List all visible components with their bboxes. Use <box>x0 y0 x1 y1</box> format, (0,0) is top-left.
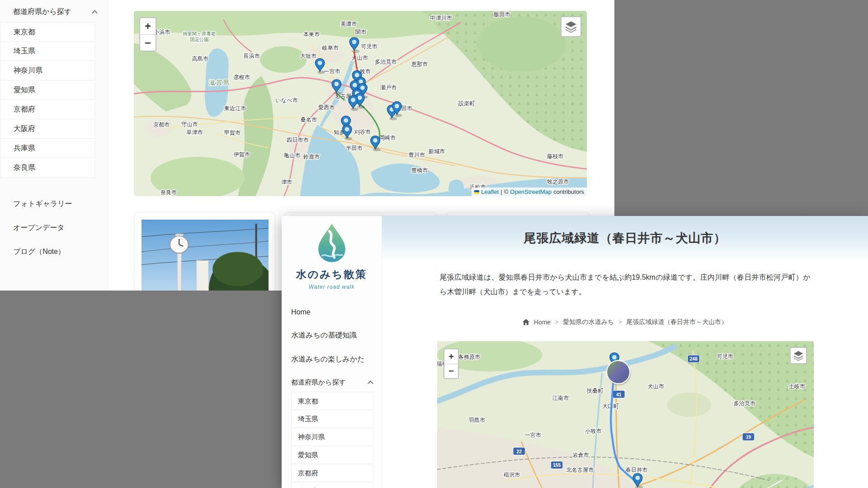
map-city-label: 守山市 <box>181 121 198 127</box>
sidebar-link[interactable]: フォトギャラリー <box>0 192 108 216</box>
map-city-label: 犬山市 <box>351 55 368 61</box>
map-tiles[interactable]: 各務原市瑞穂市犬山市江南市大口町扶桑町小牧市岩倉市北名古屋市春日井市一宮市稲沢市… <box>437 341 814 488</box>
route-shield: 248 <box>688 355 700 363</box>
sidebar-item-prefecture[interactable]: 神奈川県 <box>291 428 373 446</box>
map-park-label: 国定公園 <box>190 37 209 42</box>
map-city-label: 羽島市 <box>468 417 486 423</box>
breadcrumb-item[interactable]: Home <box>534 319 551 326</box>
map-city-label: 津市 <box>281 179 292 185</box>
map-city-label: 扶桑町 <box>586 388 604 394</box>
sidebar-item-prefecture[interactable]: 神奈川県 <box>0 61 95 80</box>
site-subtitle: Water road walk <box>282 284 382 290</box>
route-map[interactable]: 各務原市瑞穂市犬山市江南市大口町扶桑町小牧市岩倉市北名古屋市春日井市一宮市稲沢市… <box>437 341 814 488</box>
ukraine-flag-icon <box>474 190 479 194</box>
map-city-label: 東近江市 <box>224 105 246 112</box>
map-city-label: 亀山市 <box>284 152 301 159</box>
sidebar-nav-item[interactable]: Home <box>282 301 382 324</box>
sidebar-item-prefecture[interactable]: 埼玉県 <box>291 410 373 428</box>
sidebar-item-prefecture[interactable]: 大阪府 <box>0 119 95 139</box>
breadcrumb-item[interactable]: 愛知県の水道みち <box>563 318 614 326</box>
overview-map[interactable]: 滋賀県揖斐関ヶ原養老国定公園小浜市高島市長浜市彦根市本巣市岐阜市大垣市美濃市関市… <box>134 11 587 196</box>
sidebar-item-prefecture[interactable]: 愛知県 <box>291 446 373 464</box>
map-city-label: 岩倉市 <box>572 452 589 458</box>
map-city-label: 稲沢市 <box>504 472 520 478</box>
map-layers-control[interactable] <box>561 16 581 37</box>
map-layers-control[interactable] <box>790 347 807 364</box>
page-title: 尾張広域緑道（春日井市～犬山市） <box>524 230 726 246</box>
sidebar-item-prefecture[interactable]: 東京都 <box>0 22 95 42</box>
map-city-label: 瀬戸市 <box>380 84 397 91</box>
map-city-label: 刈谷市 <box>354 129 371 135</box>
map-park-label: 揖斐関ヶ原養老 <box>183 31 216 36</box>
map-city-label: 彦根市 <box>234 74 250 80</box>
sidebar-nav: Home水道みちの基礎知識水道みちの楽しみかた <box>282 301 382 371</box>
map-city-label: 新城市 <box>429 148 445 155</box>
zoom-out-button[interactable]: − <box>140 34 156 51</box>
prefecture-section-header[interactable]: 都道府県から探す <box>282 371 382 392</box>
attribution-copyright: © <box>504 188 509 195</box>
zoom-in-button[interactable]: + <box>140 18 156 34</box>
map-zoom-control: + − <box>139 17 156 52</box>
sidebar-nav-item[interactable]: 水道みちの楽しみかた <box>282 347 382 371</box>
map-city-label: 牧之原市 <box>547 178 569 185</box>
chevron-up-icon <box>92 10 98 16</box>
route-shield: 41 <box>613 390 625 398</box>
site-logo[interactable]: 水のみち散策 Water road walk <box>282 216 382 301</box>
sidebar-item-prefecture[interactable]: 愛知県 <box>0 80 95 100</box>
map-city-label: 多治見市 <box>733 400 755 407</box>
map-city-label: 大垣市 <box>300 53 316 59</box>
sidebar-item-prefecture[interactable]: 京都府 <box>0 100 95 119</box>
map-city-label: 各務原市 <box>458 354 481 360</box>
zoom-in-button[interactable]: + <box>444 349 458 364</box>
site-title: 水のみち散策 <box>282 267 382 282</box>
route-shield: 22 <box>513 447 525 455</box>
route-shield: 155 <box>551 461 563 469</box>
sidebar-item-prefecture[interactable]: 兵庫県 <box>0 139 95 158</box>
prefecture-list: 東京都埼玉県神奈川県愛知県京都府大阪府兵庫県奈良県 <box>291 392 373 488</box>
prefecture-section-header[interactable]: 都道府県から探す <box>0 0 108 22</box>
leaflet-link[interactable]: Leaflet <box>481 188 499 195</box>
map-city-label: 飯田市 <box>494 11 510 18</box>
photo-card[interactable] <box>134 212 275 291</box>
logo-water-drop-icon <box>312 221 351 265</box>
breadcrumb-item: 尾張広域緑道（春日井市～犬山市） <box>626 318 727 326</box>
sidebar: 水のみち散策 Water road walk Home水道みちの基礎知識水道みち… <box>282 216 382 488</box>
map-prefecture-label: 滋賀県 <box>209 79 231 86</box>
map-city-label: 岡崎市 <box>379 135 396 141</box>
map-city-label: 一宮市 <box>324 68 340 75</box>
map-attribution: Leaflet | © OpenStreetMap contributors <box>472 188 587 196</box>
map-city-label: 高島市 <box>192 56 209 62</box>
breadcrumb-separator: > <box>555 319 558 325</box>
page-description: 尾張広域緑道は、愛知県春日井市から犬山市までを結ぶ約19.5kmの緑道です。庄内… <box>440 270 811 299</box>
map-city-label: 愛西市 <box>318 104 335 111</box>
map-city-label: 恵那市 <box>411 61 428 67</box>
map-city-label: 鈴鹿市 <box>303 154 320 160</box>
zoom-out-button[interactable]: − <box>444 364 458 378</box>
sidebar-link[interactable]: オープンデータ <box>0 216 108 240</box>
map-city-label: 多治見市 <box>375 59 397 65</box>
map-city-label: 伊賀市 <box>234 151 250 158</box>
sidebar-link[interactable]: ブログ（Note） <box>0 240 108 264</box>
map-city-label: 草津市 <box>186 129 203 136</box>
map-city-label: 土岐市 <box>789 383 806 389</box>
breadcrumb: Home>愛知県の水道みち>尾張広域緑道（春日井市～犬山市） <box>382 318 868 326</box>
map-city-label: 小牧市 <box>585 428 602 434</box>
attribution-separator: | <box>500 188 502 195</box>
map-city-label: 設楽町 <box>458 100 475 107</box>
breadcrumb-separator: > <box>618 319 622 325</box>
map-city-label: 可児市 <box>717 353 734 360</box>
map-city-label: 半田市 <box>346 145 363 151</box>
svg-text:155: 155 <box>553 463 561 468</box>
map-tiles[interactable]: 滋賀県揖斐関ヶ原養老国定公園小浜市高島市長浜市彦根市本巣市岐阜市大垣市美濃市関市… <box>134 11 587 196</box>
map-city-label: 可児市 <box>361 43 377 50</box>
map-city-label: 甲賀市 <box>224 130 241 136</box>
osm-link[interactable]: OpenStreetMap <box>510 188 552 195</box>
sidebar-item-prefecture[interactable]: 埼玉県 <box>0 42 95 61</box>
sidebar-item-prefecture[interactable]: 奈良県 <box>0 158 95 178</box>
layers-icon <box>793 350 804 361</box>
sidebar-nav-item[interactable]: 水道みちの基礎知識 <box>282 324 382 347</box>
sidebar-item-prefecture[interactable]: 京都府 <box>291 464 373 482</box>
sidebar-item-prefecture[interactable]: 東京都 <box>291 392 373 410</box>
sidebar-item-prefecture[interactable]: 大阪府 <box>291 482 373 488</box>
prefecture-section-title: 都道府県から探す <box>291 378 346 387</box>
